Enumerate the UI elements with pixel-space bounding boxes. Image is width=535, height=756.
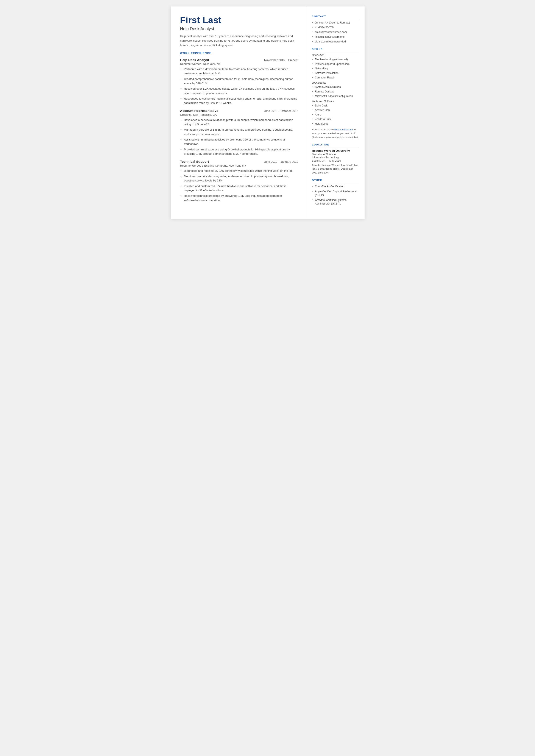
list-item: Microsoft Endpoint Configuration: [312, 95, 359, 98]
list-item: Diagnosed and rectified 1K LAN connectiv…: [180, 169, 298, 173]
other-section: OTHER CompTIA A+ Certification. Apple Ce…: [312, 179, 359, 206]
list-item: Software Installation: [312, 71, 359, 75]
list-item: Resolved over 1.2K escalated tickets wit…: [180, 87, 298, 96]
tools-list: Zoho Desk AnswerDash Atera Zendesk Suite…: [312, 104, 359, 126]
list-item: Resolved technical problems by answering…: [180, 194, 298, 203]
job-block-2: Account Representative June 2013 – Octob…: [180, 109, 298, 156]
skills-section: SKILLS Hard Skills: Troubleshooting (Adv…: [312, 48, 359, 139]
job-block-1: Help Desk Analyst November 2015 – Presen…: [180, 58, 298, 105]
skills-title: SKILLS: [312, 48, 359, 52]
list-item: linkedin.com/in/username: [312, 35, 359, 39]
job-bullets-1: Partnered with a development team to cre…: [180, 67, 298, 105]
list-item: +1-234-456-789: [312, 26, 359, 29]
candidate-summary: Help desk analyst with over 10 years of …: [180, 34, 298, 47]
list-item: Growthsi Certified Systems Administrator…: [312, 198, 359, 206]
other-list: CompTIA A+ Certification. Apple Certifie…: [312, 185, 359, 206]
candidate-title: Help Desk Analyst: [180, 26, 298, 31]
list-item: Monitored security alerts regarding malw…: [180, 174, 298, 183]
edu-field: Information Technology: [312, 156, 359, 159]
school-name: Resume Worded University: [312, 149, 359, 153]
resume-page: First Last Help Desk Analyst Help desk a…: [171, 7, 365, 219]
job-header-2: Account Representative June 2013 – Octob…: [180, 109, 298, 113]
job-block-3: Technical Support June 2010 – January 20…: [180, 160, 298, 203]
list-item: AnswerDash: [312, 108, 359, 112]
job-title-1: Help Desk Analyst: [180, 58, 209, 62]
hard-skills-list: Troubleshooting (Advanced) Printer Suppo…: [312, 58, 359, 79]
job-dates-3: June 2010 – January 2013: [264, 160, 298, 163]
list-item: Zendesk Suite: [312, 118, 359, 121]
list-item: System Administration: [312, 85, 359, 89]
list-item: Managed a portfolio of $885K in annual r…: [180, 127, 298, 136]
other-title: OTHER: [312, 179, 359, 183]
list-item: Remote Desktop: [312, 90, 359, 94]
list-item: Installed and customized 874 new hardwar…: [180, 184, 298, 193]
list-item: Zoho Desk: [312, 104, 359, 107]
list-item: github.com/resumeworded: [312, 40, 359, 43]
job-company-1: Resume Worded, New York, NY: [180, 62, 298, 66]
job-dates-1: November 2015 – Present: [264, 58, 298, 62]
contact-section: CONTACT Juneau, AK (Open to Remote) +1-2…: [312, 15, 359, 43]
list-item: Help Scout: [312, 122, 359, 126]
work-experience-title: WORK EXPERIENCE: [180, 52, 298, 56]
list-item: Networking: [312, 67, 359, 70]
list-item: Provided technical expertise using Growt…: [180, 147, 298, 156]
candidate-name: First Last: [180, 15, 298, 25]
job-dates-2: June 2013 – October 2015: [264, 109, 298, 113]
job-title-2: Account Representative: [180, 109, 218, 113]
tools-label: Tools and Software:: [312, 100, 359, 103]
work-experience-section: WORK EXPERIENCE Help Desk Analyst Novemb…: [180, 52, 298, 203]
list-item: Atera: [312, 113, 359, 117]
education-section: EDUCATION Resume Worded University Bache…: [312, 143, 359, 175]
job-header-1: Help Desk Analyst November 2015 – Presen…: [180, 58, 298, 62]
techniques-label: Techniques:: [312, 81, 359, 84]
job-company-2: Growthsi, San Francisco, CA: [180, 113, 298, 116]
edu-awards: Awards: Resume Worded Teaching Fellow (o…: [312, 163, 359, 175]
edu-degree: Bachelor of Science: [312, 153, 359, 156]
job-bullets-2: Developed a beneficial relationship with…: [180, 118, 298, 156]
resume-worded-link[interactable]: Resume Worded: [334, 128, 353, 131]
job-header-3: Technical Support June 2010 – January 20…: [180, 160, 298, 164]
list-item: Assisted with marketing activities by pr…: [180, 137, 298, 146]
edu-location: Boston, MA — May 2010: [312, 159, 359, 162]
right-column: CONTACT Juneau, AK (Open to Remote) +1-2…: [306, 7, 365, 219]
contact-title: CONTACT: [312, 15, 359, 19]
list-item: Partnered with a development team to cre…: [180, 67, 298, 76]
list-item: Responded to customers' technical issues…: [180, 97, 298, 105]
job-title-3: Technical Support: [180, 160, 209, 164]
hard-skills-label: Hard Skills:: [312, 54, 359, 57]
list-item: Printer Support (Experienced): [312, 62, 359, 66]
list-item: CompTIA A+ Certification.: [312, 185, 359, 188]
job-bullets-3: Diagnosed and rectified 1K LAN connectiv…: [180, 169, 298, 203]
contact-list: Juneau, AK (Open to Remote) +1-234-456-7…: [312, 21, 359, 43]
job-company-3: Resume Worded's Exciting Company, New Yo…: [180, 164, 298, 167]
techniques-list: System Administration Remote Desktop Mic…: [312, 85, 359, 98]
left-column: First Last Help Desk Analyst Help desk a…: [171, 7, 306, 219]
list-item: Juneau, AK (Open to Remote): [312, 21, 359, 25]
list-item: Computer Repair: [312, 76, 359, 79]
list-item: Apple Certified Support Professional (AC…: [312, 190, 359, 197]
list-item: Developed a beneficial relationship with…: [180, 118, 298, 127]
skills-note: • Don't forget to use Resume Worded to s…: [312, 128, 359, 139]
list-item: Created comprehensive documentation for …: [180, 77, 298, 86]
list-item: email@resumeworded.com: [312, 30, 359, 34]
education-title: EDUCATION: [312, 143, 359, 147]
list-item: Troubleshooting (Advanced): [312, 58, 359, 61]
